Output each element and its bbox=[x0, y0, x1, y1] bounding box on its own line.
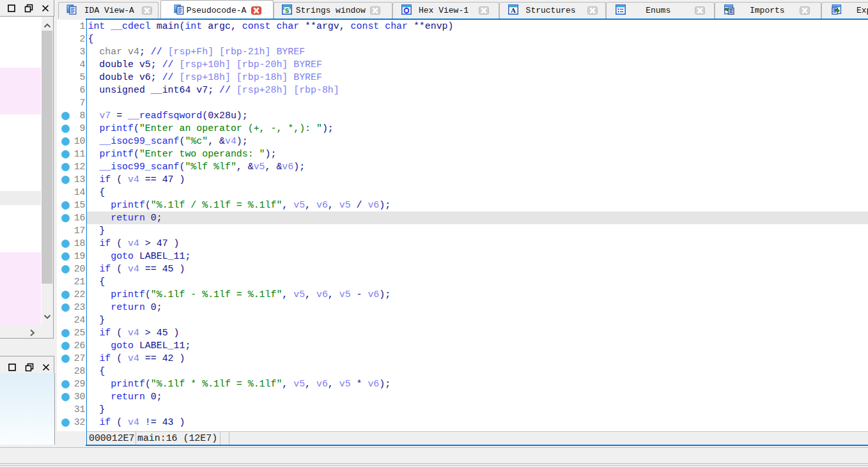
svg-text:‘s’: ‘s’ bbox=[283, 6, 291, 15]
svg-text:A: A bbox=[511, 6, 516, 14]
